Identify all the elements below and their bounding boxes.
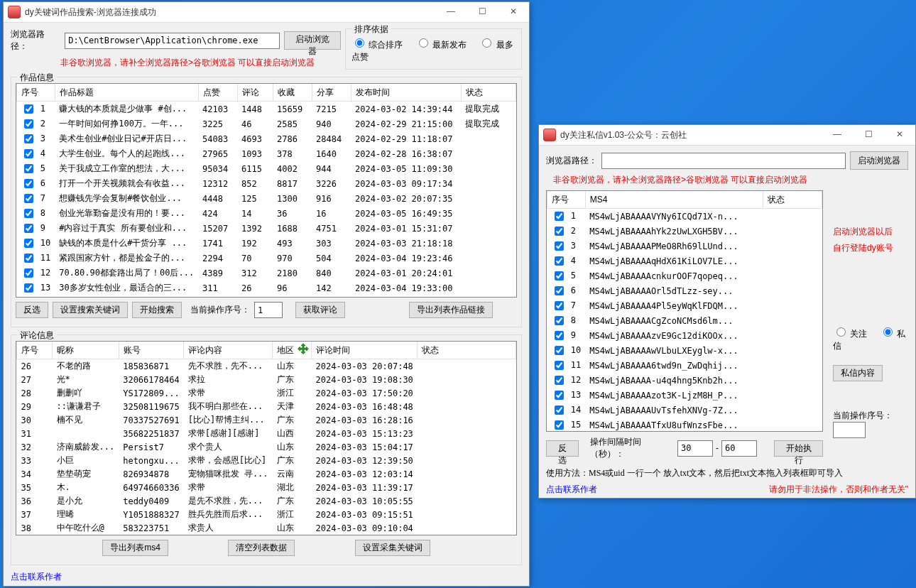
clear-list-button[interactable]: 清空列表数据 <box>228 540 295 556</box>
comments-table[interactable]: 序号昵称账号评论内容地区评论时间状态 26不老的路185836871先不求胜，先… <box>16 341 517 535</box>
column-header[interactable]: 收藏 <box>273 84 312 102</box>
interval-max-input[interactable] <box>721 440 757 457</box>
table-row[interactable]: 1MS4wLjABAAAAVYNy6ICQd71X-n... <box>547 209 822 224</box>
export-links-button[interactable]: 导出列表作品链接 <box>409 302 493 318</box>
column-header[interactable]: 分享 <box>312 84 351 102</box>
current-op-input[interactable] <box>254 302 283 318</box>
table-row[interactable]: 8创业光靠勤奋是没有用的！要...4241436162024-03-05 16:… <box>17 206 516 221</box>
minimize-button[interactable]: — <box>822 125 853 145</box>
row-checkbox[interactable] <box>555 420 564 430</box>
maximize-button[interactable]: ☐ <box>853 125 884 145</box>
close-button[interactable]: ✕ <box>498 2 529 22</box>
row-checkbox[interactable] <box>555 391 564 400</box>
column-header[interactable]: 点赞 <box>198 84 237 102</box>
table-row[interactable]: 6打开一个开关视频就会有收益...12312852881732262024-03… <box>17 176 516 191</box>
table-row[interactable]: 26不老的路185836871先不求胜，先不...山东2024-03-03 20… <box>17 359 516 374</box>
option-follow[interactable]: 关注 <box>833 329 867 339</box>
table-row[interactable]: 4大学生创业。每个人的起跑线...27965109337816402024-02… <box>17 146 516 161</box>
table-row[interactable]: 2MS4wLjABAAAAhYk2zUwLXGH5BV... <box>547 224 822 239</box>
table-row[interactable]: 34垫垫萌宠826934878宠物猫咪批发 寻...云南2024-03-03 1… <box>17 467 516 481</box>
table-row[interactable]: 7想赚钱先学会复制#餐饮创业...444812513009162024-03-0… <box>17 191 516 206</box>
row-checkbox[interactable] <box>555 286 564 295</box>
row-checkbox[interactable] <box>555 361 564 370</box>
table-row[interactable]: 33小巨hetongxu...求带，会感恩[比心]广东2024-03-03 12… <box>17 454 516 467</box>
row-checkbox[interactable] <box>24 119 33 129</box>
row-checkbox[interactable] <box>555 256 564 266</box>
column-header[interactable]: 状态 <box>461 84 516 102</box>
row-checkbox[interactable] <box>555 212 564 221</box>
column-header[interactable]: MS4 <box>585 191 763 209</box>
start-execute-button[interactable]: 开始执行 <box>774 440 823 457</box>
row-checkbox[interactable] <box>24 283 33 293</box>
set-collect-keywords-button[interactable]: 设置采集关键词 <box>355 540 430 556</box>
column-header[interactable]: 账号 <box>119 342 183 359</box>
row-checkbox[interactable] <box>555 331 564 340</box>
row-checkbox[interactable] <box>555 346 564 355</box>
table-row[interactable]: 3962378030941你如果事情都不...河北2024-03-02 23:5… <box>17 535 516 535</box>
browser-path-input[interactable] <box>65 33 279 49</box>
current-op-input[interactable] <box>833 422 866 438</box>
row-checkbox[interactable] <box>24 209 33 218</box>
column-header[interactable]: 评论 <box>237 84 273 102</box>
column-header[interactable]: 状态 <box>763 191 822 209</box>
row-checkbox[interactable] <box>555 301 564 310</box>
table-row[interactable]: 3MS4wLjABAAAAPMeO8Rh69lLUnd... <box>547 239 822 254</box>
table-row[interactable]: 30楠不见70337527691[比心]帮博主纠...广东2024-03-03 … <box>17 413 516 427</box>
table-row[interactable]: 38中午吃什么@583223751求贵人山东2024-03-03 09:10:0… <box>17 521 516 535</box>
row-checkbox[interactable] <box>24 134 33 143</box>
table-row[interactable]: 11MS4wLjABAAAA6twd9n_ZwDqhij... <box>547 358 822 373</box>
column-header[interactable]: 评论内容 <box>184 342 273 359</box>
table-row[interactable]: 3美术生创业#创业日记#开店日...5408346932786284842024… <box>17 131 516 146</box>
row-checkbox[interactable] <box>555 227 564 236</box>
works-table[interactable]: 序号作品标题点赞评论收藏分享发布时间状态 1赚大钱的本质就是少做事 #创...4… <box>16 83 517 298</box>
table-row[interactable]: 5关于我成立工作室的想法，大...95034611540029442024-03… <box>17 161 516 176</box>
dm-content-button[interactable]: 私信内容 <box>833 365 883 381</box>
interval-min-input[interactable] <box>677 440 713 457</box>
table-row[interactable]: 8MS4wLjABAAAACgZcoNCMsd6lm... <box>547 313 822 328</box>
row-checkbox[interactable] <box>24 104 33 114</box>
column-header[interactable]: 评论时间 <box>312 342 418 359</box>
table-row[interactable]: 4MS4wLjABAAAAqHdX61KiLOV7LE... <box>547 254 822 268</box>
row-checkbox[interactable] <box>24 239 33 248</box>
start-search-button[interactable]: 开始搜索 <box>132 302 182 318</box>
table-row[interactable]: 32济南威龄发...Persist7求个贵人山东2024-03-03 15:04… <box>17 440 516 454</box>
table-row[interactable]: 3135682251837求带[感谢][感谢]山西2024-03-03 15:1… <box>17 427 516 440</box>
table-row[interactable]: 12MS4wLjABAAAA-u4q4hng5Knb2h... <box>547 373 822 388</box>
table-row[interactable]: 1赚大钱的本质就是少做事 #创...4210314481565972152024… <box>17 102 516 117</box>
browser-path-input[interactable] <box>601 153 846 169</box>
table-row[interactable]: 11紧跟国家方针，都是捡金子的...2294709705042024-03-04… <box>17 251 516 266</box>
get-comments-button[interactable]: 获取评论 <box>295 302 345 318</box>
row-checkbox[interactable] <box>24 149 33 158</box>
contact-author-link[interactable]: 点击联系作者 <box>11 571 522 583</box>
table-row[interactable]: 13MS4wLjABAAAAzot3K-LjzM8H_P... <box>547 388 822 403</box>
minimize-button[interactable]: — <box>435 2 467 22</box>
table-row[interactable]: 9#内容过于真实 所有要创业和...152071392168847512024-… <box>17 221 516 236</box>
row-checkbox[interactable] <box>24 194 33 203</box>
row-checkbox[interactable] <box>555 241 564 251</box>
row-checkbox[interactable] <box>555 405 564 415</box>
table-row[interactable]: 29::谦谦君子32508119675我不明白那些在...天津2024-03-0… <box>17 400 516 413</box>
table-row[interactable]: 6MS4wLjABAAAAOrl5dTLzz-sey... <box>547 283 822 298</box>
table-row[interactable]: 14创业不易，创前请深思！#知...193250316213592024-03-… <box>17 295 516 298</box>
table-row[interactable]: 7MS4wLjABAAAA4Pl5eyWqKlFDQM... <box>547 298 822 313</box>
sort-newest[interactable]: 最新发布 <box>415 40 467 50</box>
table-row[interactable]: 37理晞Y1051888327胜兵先胜而后求...浙江2024-03-03 09… <box>17 508 516 521</box>
table-row[interactable]: 10缺钱的本质是什么#干货分享 ...17411924933032024-03-… <box>17 236 516 251</box>
row-checkbox[interactable] <box>24 224 33 233</box>
invert-selection-button[interactable]: 反选 <box>16 302 48 318</box>
table-row[interactable]: 35木.64974660336求带湖北2024-03-03 11:39:17 <box>17 481 516 494</box>
row-checkbox[interactable] <box>555 316 564 325</box>
table-row[interactable]: 10MS4wLjABAAAAwVLbuLXEyglw-x... <box>547 343 822 358</box>
maximize-button[interactable]: ☐ <box>467 2 498 22</box>
ms4-table[interactable]: 序号MS4状态 1MS4wLjABAAAAVYNy6ICQd71X-n... 2… <box>546 190 823 432</box>
table-row[interactable]: 1330多岁女性创业，最适合的三...31126961422024-03-04 … <box>17 281 516 295</box>
column-header[interactable]: 地区 <box>273 342 312 359</box>
table-row[interactable]: 14MS4wLjABAAAAUvTsfehXNVg-7Z... <box>547 403 822 418</box>
row-checkbox[interactable] <box>24 179 33 188</box>
sort-comprehensive[interactable]: 综合排序 <box>351 40 403 50</box>
export-ms4-button[interactable]: 导出列表ms4 <box>102 540 168 556</box>
row-checkbox[interactable] <box>24 268 33 278</box>
titlebar[interactable]: dy关键词作品搜索-浏览器连接成功 — ☐ ✕ <box>4 2 529 23</box>
launch-browser-button[interactable]: 启动浏览器 <box>850 151 908 170</box>
column-header[interactable]: 昵称 <box>53 342 119 359</box>
